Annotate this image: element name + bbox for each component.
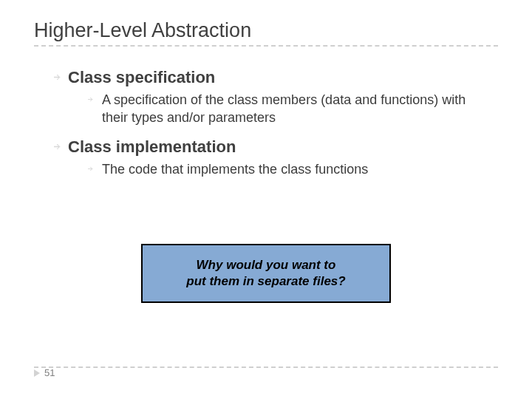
bullet-level2: ￫ The code that implements the class fun… [87, 160, 468, 178]
title-divider [34, 45, 498, 47]
bullet-heading: Class specification [68, 67, 215, 88]
bullet-sub: A specification of the class members (da… [102, 91, 468, 126]
bullet-level1: ￫ Class specification [53, 67, 498, 88]
callout-box: Why would you want to put them in separa… [141, 244, 391, 303]
callout-line1: Why would you want to [197, 258, 336, 272]
bullet-glyph: ￫ [87, 160, 102, 178]
bullet-glyph: ￫ [87, 91, 102, 109]
slide: Higher-Level Abstraction ￫ Class specifi… [0, 0, 532, 399]
bullet-heading: Class implementation [68, 137, 236, 157]
footer: 51 [0, 367, 532, 378]
chevron-right-icon [34, 369, 40, 377]
slide-title: Higher-Level Abstraction [34, 19, 498, 42]
callout-text: Why would you want to put them in separa… [186, 257, 345, 290]
callout-line2: put them in separate files? [186, 274, 345, 288]
bullet-glyph: ￫ [53, 67, 68, 88]
page-marker: 51 [34, 367, 55, 378]
bullet-sub: The code that implements the class funct… [102, 160, 368, 178]
bullet-level2: ￫ A specification of the class members (… [87, 91, 468, 126]
page-number: 51 [44, 367, 55, 378]
bullet-level1: ￫ Class implementation [53, 137, 498, 157]
bullet-glyph: ￫ [53, 137, 68, 157]
